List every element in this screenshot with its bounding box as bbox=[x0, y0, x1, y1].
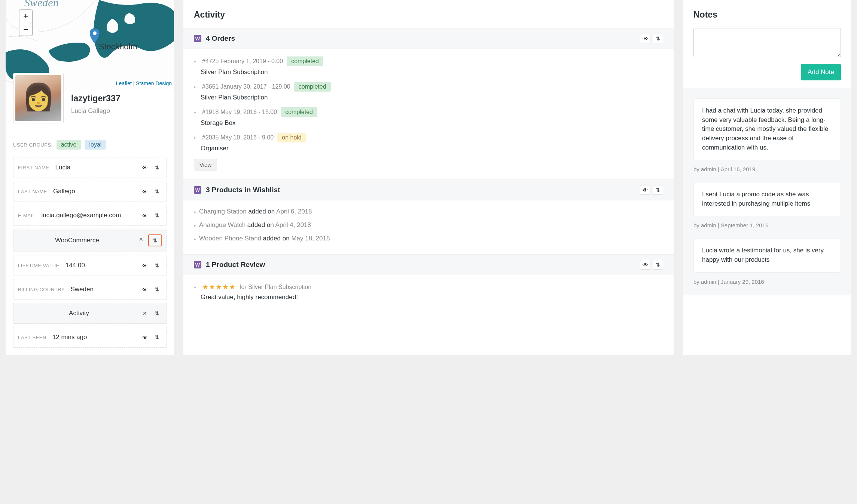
wishlist-item: ▸Analogue Watch added on April 4, 2018 bbox=[194, 218, 663, 232]
field-first-name: FIRST NAME: Lucia bbox=[13, 157, 167, 178]
caret-icon: ▸ bbox=[194, 236, 196, 242]
order-product: Silver Plan Subscription bbox=[194, 68, 663, 76]
woo-badge-icon: W bbox=[194, 261, 201, 268]
status-badge: completed bbox=[287, 56, 323, 66]
sort-icon[interactable] bbox=[152, 332, 162, 342]
visibility-icon[interactable] bbox=[140, 210, 150, 220]
note-date-link[interactable]: September 1, 2016 bbox=[721, 222, 769, 228]
visibility-icon[interactable] bbox=[140, 261, 150, 270]
note-meta: by admin|April 16, 2019 bbox=[693, 166, 841, 172]
order-summary: #3651 January 30, 2017 - 129.00 bbox=[202, 83, 290, 90]
sort-icon[interactable] bbox=[653, 260, 663, 270]
order-summary: #1918 May 19, 2016 - 15.00 bbox=[202, 109, 277, 116]
view-orders-button[interactable]: View bbox=[194, 159, 217, 170]
caret-icon: ▸ bbox=[194, 285, 196, 290]
note-date-link[interactable]: January 29, 2016 bbox=[721, 279, 764, 285]
caret-icon: ▸ bbox=[194, 223, 196, 228]
sort-icon[interactable] bbox=[152, 187, 162, 196]
sort-icon[interactable] bbox=[653, 185, 663, 195]
note-meta: by admin|January 29, 2016 bbox=[693, 279, 841, 285]
notes-title: Notes bbox=[683, 0, 851, 28]
map-zoom-out-button[interactable]: − bbox=[19, 23, 32, 36]
note-meta: by admin|September 1, 2016 bbox=[693, 222, 841, 228]
map-zoom-in-button[interactable]: + bbox=[19, 10, 32, 23]
sort-icon[interactable] bbox=[653, 34, 663, 43]
field-lifetime-value: LIFETIME VALUE: 144.00 bbox=[13, 255, 167, 276]
sort-icon[interactable] bbox=[152, 210, 162, 220]
orders-list: ▸#4725 February 1, 2019 - 0.00completedS… bbox=[183, 49, 674, 179]
note-author-link[interactable]: by admin bbox=[693, 222, 716, 228]
wishlist-list: ▸Charging Station added on April 6, 2018… bbox=[183, 200, 674, 254]
status-badge: completed bbox=[294, 82, 331, 92]
notes-panel: Notes Add Note I had a chat with Lucia t… bbox=[683, 0, 851, 355]
note-author-link[interactable]: by admin bbox=[693, 166, 716, 172]
note-author-link[interactable]: by admin bbox=[693, 279, 716, 285]
map-country-label: Sweden bbox=[24, 0, 59, 9]
orders-section-header: W 4 Orders bbox=[183, 28, 674, 49]
wishlist-date: April 4, 2018 bbox=[275, 221, 311, 228]
order-summary: #2035 May 10, 2016 - 9.00 bbox=[202, 134, 274, 141]
order-item: ▸#3651 January 30, 2017 - 129.00complete… bbox=[194, 79, 663, 104]
status-badge: on hold bbox=[277, 133, 306, 142]
add-note-button[interactable]: Add Note bbox=[801, 64, 841, 80]
order-product: Silver Plan Subscription bbox=[194, 94, 663, 101]
fullname: Lucia Gallego bbox=[71, 107, 121, 115]
sort-icon[interactable] bbox=[150, 236, 160, 245]
caret-icon: ▸ bbox=[194, 135, 196, 140]
notes-list: I had a chat with Lucia today, she provi… bbox=[683, 88, 851, 295]
visibility-icon[interactable] bbox=[640, 185, 650, 195]
caret-icon: ▸ bbox=[194, 209, 196, 215]
sort-icon[interactable] bbox=[152, 163, 162, 172]
visibility-icon[interactable] bbox=[640, 260, 650, 270]
avatar bbox=[13, 73, 64, 123]
caret-icon: ▸ bbox=[194, 59, 196, 64]
group-tag-active[interactable]: active bbox=[57, 140, 81, 150]
user-groups-label: USER GROUPS: bbox=[13, 142, 53, 148]
orders-title: 4 Orders bbox=[206, 34, 235, 43]
group-tag-loyal[interactable]: loyal bbox=[85, 140, 106, 150]
sort-icon[interactable] bbox=[152, 285, 162, 294]
activity-panel: Activity W 4 Orders ▸#4725 February 1, 2… bbox=[183, 0, 674, 355]
sort-icon[interactable] bbox=[152, 308, 162, 318]
woo-badge-icon: W bbox=[194, 186, 201, 194]
visibility-icon[interactable] bbox=[140, 285, 150, 294]
wishlist-item: ▸Wooden Phone Stand added on May 18, 201… bbox=[194, 232, 663, 245]
section-activity: Activity bbox=[13, 303, 167, 324]
map-pin-icon bbox=[90, 28, 100, 43]
note-input[interactable] bbox=[693, 28, 841, 57]
order-product: Storage Box bbox=[194, 119, 663, 127]
username: lazytiger337 bbox=[71, 93, 121, 104]
close-icon[interactable] bbox=[136, 234, 146, 244]
activity-title: Activity bbox=[183, 0, 674, 28]
woo-badge-icon: W bbox=[194, 35, 201, 42]
order-item: ▸#1918 May 19, 2016 - 15.00completedStor… bbox=[194, 104, 663, 130]
visibility-icon[interactable] bbox=[140, 187, 150, 196]
sort-icon[interactable] bbox=[152, 261, 162, 270]
caret-icon: ▸ bbox=[194, 84, 196, 89]
wishlist-product: Charging Station bbox=[199, 208, 247, 215]
wishlist-date: May 18, 2018 bbox=[291, 235, 330, 242]
svg-point-1 bbox=[93, 31, 97, 35]
wishlist-section-header: W 3 Products in Wishlist bbox=[183, 179, 674, 200]
review-item: ▸ ★★★★★ for Silver Plan Subscription Gre… bbox=[183, 275, 674, 313]
wishlist-product: Wooden Phone Stand bbox=[199, 235, 261, 242]
visibility-icon[interactable] bbox=[140, 332, 150, 342]
map-city-label: Stockholm bbox=[99, 42, 137, 52]
order-item: ▸#2035 May 10, 2016 - 9.00on holdOrganis… bbox=[194, 130, 663, 155]
reviews-title: 1 Product Review bbox=[206, 261, 265, 269]
field-email: E-MAIL: lucia.gallego@example.com bbox=[13, 205, 167, 226]
reviews-section-header: W 1 Product Review bbox=[183, 254, 674, 275]
note-card: I sent Lucia a promo code as she was int… bbox=[693, 182, 841, 216]
note-date-link[interactable]: April 16, 2019 bbox=[721, 166, 756, 172]
stars-icon: ★★★★★ bbox=[202, 283, 236, 291]
close-icon[interactable] bbox=[140, 308, 150, 318]
order-item: ▸#4725 February 1, 2019 - 0.00completedS… bbox=[194, 53, 663, 79]
visibility-icon[interactable] bbox=[140, 163, 150, 172]
status-badge: completed bbox=[281, 107, 317, 117]
map-zoom-controls: + − bbox=[19, 9, 33, 36]
visibility-icon[interactable] bbox=[640, 34, 650, 43]
wishlist-product: Analogue Watch bbox=[199, 221, 245, 228]
profile-panel: Sweden Stockholm + − Leaflet | Stamen De… bbox=[6, 0, 174, 355]
field-last-name: LAST NAME: Gallego bbox=[13, 181, 167, 202]
order-product: Organiser bbox=[194, 145, 663, 152]
